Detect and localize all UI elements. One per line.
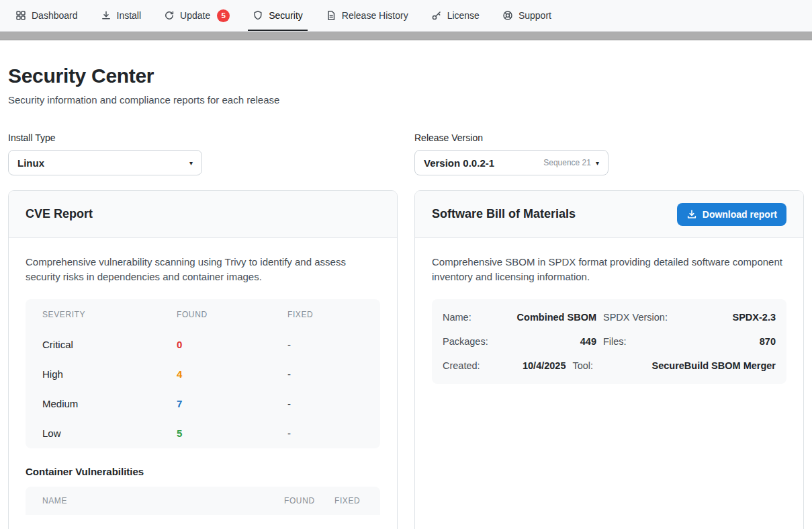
- sbom-name-label: Name:: [443, 312, 496, 323]
- grid-icon: [15, 10, 26, 21]
- nav-item-support[interactable]: Support: [494, 0, 560, 31]
- col-fixed: Fixed: [287, 310, 363, 319]
- cve-report-body: Comprehensive vulnerability scanning usi…: [9, 238, 397, 529]
- chevron-down-icon: ▾: [189, 159, 193, 167]
- install-type-value: Linux: [17, 157, 189, 169]
- top-navigation: Dashboard Install Update 5 Security Rele…: [0, 0, 812, 32]
- sbom-name-value: Combined SBOM: [503, 312, 596, 323]
- release-version-label: Release Version: [414, 132, 804, 143]
- sbom-card: Software Bill of Materials Download repo…: [414, 190, 804, 529]
- nav-item-install[interactable]: Install: [92, 0, 150, 31]
- download-icon: [101, 10, 111, 21]
- nav-label-update: Update: [180, 10, 210, 21]
- nav-label-security: Security: [269, 10, 303, 21]
- nav-label-license: License: [447, 10, 480, 21]
- table-row-high: High 4 -: [26, 360, 380, 389]
- update-count-badge: 5: [217, 9, 230, 22]
- sbom-description: Comprehensive SBOM in SPDX format provid…: [432, 255, 786, 284]
- cve-report-title: CVE Report: [26, 207, 93, 221]
- sbom-row-2: Packages: 449 Files: 870: [443, 329, 776, 354]
- nav-item-update[interactable]: Update 5: [155, 0, 238, 31]
- sbom-files-value: 870: [682, 336, 776, 347]
- table-row-low: Low 5 -: [26, 419, 380, 448]
- nav-label-release-history: Release History: [342, 10, 408, 21]
- sbom-files-label: Files:: [603, 336, 676, 347]
- severity-label: Critical: [42, 339, 177, 350]
- page-title: Security Center: [8, 65, 804, 87]
- download-icon: [686, 209, 697, 220]
- fixed-value: -: [287, 339, 363, 350]
- severity-label: Low: [42, 428, 177, 439]
- sbom-packages-value: 449: [503, 336, 596, 347]
- fixed-value: -: [287, 368, 363, 380]
- nav-item-security[interactable]: Security: [244, 0, 312, 31]
- found-value: 7: [177, 398, 287, 409]
- sbom-body: Comprehensive SBOM in SPDX format provid…: [415, 238, 803, 401]
- col-severity: Severity: [42, 310, 177, 319]
- col-found: Found: [284, 496, 334, 505]
- refresh-icon: [164, 10, 175, 21]
- sbom-tool-value: SecureBuild SBOM Merger: [651, 360, 776, 371]
- table-row-critical: Critical 0 -: [26, 330, 380, 360]
- sbom-header: Software Bill of Materials Download repo…: [415, 191, 803, 238]
- filters-row: Install Type Linux ▾ Release Version Ver…: [8, 132, 804, 175]
- found-value: 0: [177, 339, 287, 350]
- main-content: Security Center Security information and…: [0, 65, 812, 529]
- release-version-filter: Release Version Version 0.0.2-1 Sequence…: [414, 132, 804, 175]
- install-type-label: Install Type: [8, 132, 398, 143]
- chevron-down-icon: ▾: [596, 159, 599, 167]
- download-report-button[interactable]: Download report: [677, 203, 786, 226]
- col-name: Name: [42, 496, 284, 505]
- cve-report-description: Comprehensive vulnerability scanning usi…: [26, 255, 380, 284]
- file-text-icon: [326, 10, 336, 21]
- nav-item-dashboard[interactable]: Dashboard: [7, 0, 87, 31]
- found-value: 4: [177, 368, 287, 380]
- lifebuoy-icon: [502, 10, 513, 21]
- release-version-select[interactable]: Version 0.0.2-1 Sequence 21 ▾: [414, 150, 608, 175]
- sbom-packages-label: Packages:: [443, 336, 496, 347]
- container-vulnerabilities-header: Name Found Fixed: [26, 487, 380, 515]
- sbom-spdx-label: SPDX Version:: [603, 312, 676, 323]
- sbom-title: Software Bill of Materials: [432, 207, 576, 221]
- install-type-filter: Install Type Linux ▾: [8, 132, 398, 175]
- severity-label: Medium: [42, 398, 177, 409]
- col-found: Found: [177, 310, 287, 319]
- release-version-value: Version 0.0.2-1: [424, 157, 543, 169]
- sbom-created-label: Created:: [443, 360, 496, 371]
- nav-item-release-history[interactable]: Release History: [317, 0, 417, 31]
- release-sequence-label: Sequence 21: [543, 158, 591, 167]
- sbom-spdx-value: SPDX-2.3: [682, 312, 776, 323]
- install-type-select[interactable]: Linux ▾: [8, 150, 202, 175]
- nav-item-license[interactable]: License: [422, 0, 488, 31]
- nav-label-install: Install: [117, 10, 142, 21]
- nav-label-support: Support: [518, 10, 551, 21]
- sbom-details-panel: Name: Combined SBOM SPDX Version: SPDX-2…: [432, 299, 786, 384]
- download-report-label: Download report: [703, 209, 777, 220]
- cve-report-header: CVE Report: [9, 191, 397, 238]
- table-row-medium: Medium 7 -: [26, 389, 380, 419]
- sbom-row-1: Name: Combined SBOM SPDX Version: SPDX-2…: [443, 305, 776, 329]
- found-value: 5: [177, 428, 287, 439]
- divider-band: [0, 32, 812, 40]
- fixed-value: -: [287, 428, 363, 439]
- key-icon: [431, 10, 442, 21]
- cards-row: CVE Report Comprehensive vulnerability s…: [8, 190, 804, 529]
- nav-label-dashboard: Dashboard: [32, 10, 78, 21]
- cve-report-card: CVE Report Comprehensive vulnerability s…: [8, 190, 398, 529]
- sbom-row-3: Created: 10/4/2025 Tool: SecureBuild SBO…: [443, 354, 776, 378]
- severity-label: High: [42, 368, 177, 380]
- severity-table: Severity Found Fixed Critical 0 - High 4…: [26, 299, 380, 448]
- severity-table-header: Severity Found Fixed: [26, 299, 380, 330]
- sbom-created-value: 10/4/2025: [503, 360, 566, 371]
- shield-icon: [253, 10, 263, 21]
- container-vulnerabilities-title: Container Vulnerabilities: [26, 466, 380, 477]
- col-fixed: Fixed: [334, 496, 363, 505]
- fixed-value: -: [287, 398, 363, 409]
- page-subtitle: Security information and compliance repo…: [8, 94, 804, 106]
- sbom-tool-label: Tool:: [572, 360, 645, 371]
